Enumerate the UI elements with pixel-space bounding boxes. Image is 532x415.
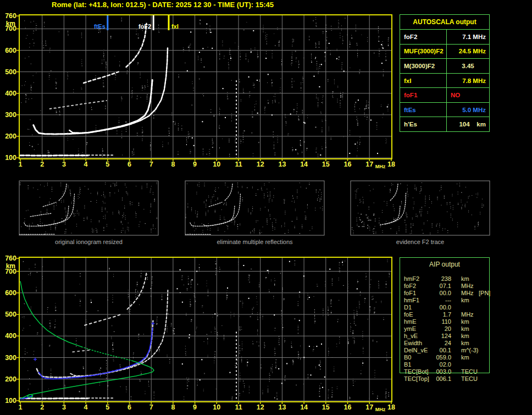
aip-label: hmF2: [404, 275, 419, 283]
panel-caption-reflections: eliminate multiple reflections: [185, 239, 324, 245]
aip-unit: km: [461, 325, 469, 333]
svg-text:2: 2: [40, 161, 44, 168]
top-ionogram: 123456789101112131415161718MHz7607006005…: [5, 12, 395, 169]
aip-label: TEC[Top]: [404, 375, 429, 383]
aip-unit: m^(-3): [461, 347, 478, 354]
svg-text:13: 13: [278, 161, 286, 168]
aip-value: 07.1: [429, 283, 451, 290]
processing-panel-2: [185, 181, 324, 235]
svg-text:17: 17: [365, 161, 373, 168]
foF2-value: 7.1 MHz: [447, 30, 489, 44]
aip-value: 003.0: [429, 368, 451, 375]
svg-text:km: km: [6, 262, 15, 270]
svg-text:14: 14: [300, 161, 308, 168]
svg-text:4: 4: [84, 161, 88, 168]
svg-text:300: 300: [5, 111, 16, 119]
aip-row-foF2: foF207.1MHz: [404, 283, 495, 290]
autoscala-table-header: AUTOSCALA output: [400, 15, 489, 30]
aip-row-TECTop: TEC[Top]006.1TECU: [404, 375, 495, 383]
aip-label: foE: [404, 311, 413, 318]
svg-text:16: 16: [344, 403, 352, 411]
table-row-hEs: h'Es 104 km: [400, 117, 489, 131]
svg-text:400: 400: [5, 332, 16, 340]
svg-text:200: 200: [5, 375, 16, 383]
ftEs-value: 5.0 MHz: [447, 103, 489, 117]
panel-caption-original: original ionogram resized: [19, 239, 158, 245]
aip-value: 110: [429, 318, 451, 325]
svg-text:600: 600: [5, 289, 16, 297]
aip-unit: MHz: [461, 290, 474, 297]
svg-text:6: 6: [128, 161, 131, 168]
svg-text:1: 1: [19, 403, 23, 411]
svg-text:17: 17: [365, 403, 373, 411]
svg-text:fxI: fxI: [171, 23, 179, 30]
aip-row-DelNvE: DelN_vE00.1m^(-3): [404, 347, 495, 354]
aip-value: 1.7: [429, 311, 451, 318]
aip-row-B0: B0059.0km: [404, 354, 495, 361]
svg-text:760: 760: [5, 254, 16, 262]
svg-text:5: 5: [106, 161, 109, 168]
aip-label: Ewidth: [404, 340, 422, 347]
aip-row-foE: foE1.7MHz: [404, 311, 495, 318]
aip-unit: km: [461, 333, 469, 340]
table-row-fxI: fxI 7.8 MHz: [400, 74, 489, 88]
foF2-label: foF2: [400, 30, 447, 44]
svg-text:200: 200: [5, 132, 16, 140]
aip-rows: hmF2238km foF207.1MHz foF100.0MHz[PN] hm…: [404, 275, 495, 383]
svg-text:12: 12: [257, 161, 264, 168]
svg-text:13: 13: [278, 403, 286, 411]
aip-unit: km: [461, 275, 469, 283]
aip-label: ymE: [404, 325, 416, 333]
hEs-label: h'Es: [400, 117, 447, 131]
svg-text:MHz: MHz: [375, 164, 386, 169]
svg-text:5: 5: [106, 403, 109, 411]
svg-text:11: 11: [235, 403, 242, 411]
ftEs-label: ftEs: [400, 103, 447, 117]
aip-row-D1: D100.0: [404, 304, 495, 311]
svg-text:18: 18: [387, 161, 395, 168]
svg-text:10: 10: [213, 403, 220, 411]
bottom-ionogram: 123456789101112131415161718MHz7607006005…: [5, 254, 395, 412]
aip-row-ymE: ymE20km: [404, 325, 495, 333]
aip-table: AIP output hmF2238km foF207.1MHz foF100.…: [400, 257, 496, 387]
table-row-muf3000f2: MUF(3000)F2 24.5 MHz: [400, 45, 489, 59]
svg-text:600: 600: [5, 47, 16, 54]
aip-label: hmE: [404, 318, 417, 325]
svg-text:100: 100: [5, 397, 16, 405]
aip-row-hmF2: hmF2238km: [404, 275, 495, 283]
table-row-foF1: foF1 NO: [400, 88, 489, 103]
panel-caption-f2trace: evidence F2 trace: [351, 239, 490, 245]
svg-text:1: 1: [19, 161, 23, 168]
aip-value: 124: [429, 333, 451, 340]
hEs-value: 104 km: [447, 117, 489, 131]
svg-text:km: km: [6, 20, 15, 27]
svg-text:300: 300: [5, 354, 16, 362]
m3000f2-value: 3.45: [447, 59, 489, 73]
svg-text:15: 15: [322, 403, 330, 411]
aip-label: DelN_vE: [404, 347, 428, 354]
aip-unit: MHz: [461, 311, 474, 318]
svg-text:MHz: MHz: [375, 407, 386, 412]
aip-label: D1: [404, 304, 412, 311]
foF1-value: NO: [447, 88, 489, 102]
aip-row-foF1: foF100.0MHz[PN]: [404, 290, 495, 297]
table-row-m3000f2: M(3000)F2 3.45: [400, 59, 489, 74]
svg-text:100: 100: [5, 154, 16, 162]
aip-unit: TECU: [461, 375, 478, 383]
foF1-label: foF1: [400, 88, 447, 102]
aip-row-hmF1: hmF1---km: [404, 297, 495, 304]
table-row-ftEs: ftEs 5.0 MHz: [400, 103, 489, 118]
aip-value: ---: [429, 297, 451, 304]
aip-value: 20: [429, 325, 451, 333]
aip-unit: km: [461, 340, 469, 347]
autoscala-screen: Rome (lat: +41.8, lon: 012.5) - DATE: 20…: [0, 0, 532, 415]
svg-text:16: 16: [344, 161, 352, 168]
svg-text:9: 9: [193, 161, 197, 168]
aip-label: foF1: [404, 290, 416, 297]
table-row-foF2: foF2 7.1 MHz: [400, 30, 489, 45]
processing-panel-1: [19, 181, 158, 235]
aip-row-B1: B102.0: [404, 361, 495, 368]
svg-text:7: 7: [149, 161, 153, 168]
aip-value: 02.0: [429, 361, 451, 368]
aip-value: 238: [429, 275, 451, 283]
